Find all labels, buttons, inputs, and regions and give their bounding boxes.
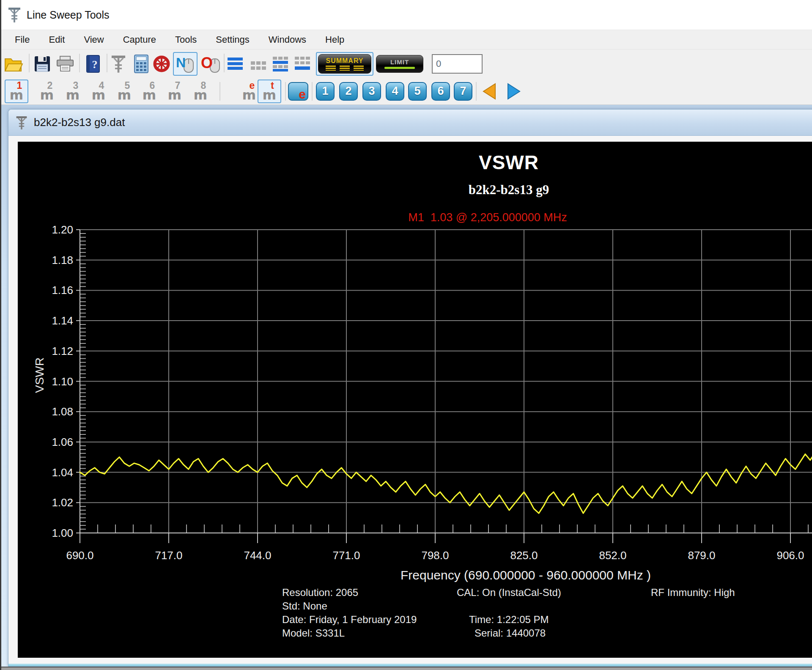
- calculator-icon: [133, 54, 149, 74]
- next-trace-button[interactable]: [505, 82, 522, 101]
- marker-m-glyph: m: [194, 90, 207, 100]
- mouse-n-icon: N: [175, 54, 196, 74]
- info-date: Date: Friday, 1 February 2019: [282, 614, 417, 626]
- toolbar-separator: [285, 82, 286, 101]
- toolbar-separator: [219, 82, 220, 101]
- svg-text:690.0: 690.0: [66, 549, 93, 562]
- menu-windows[interactable]: Windows: [269, 34, 306, 45]
- svg-text:1.00: 1.00: [52, 527, 73, 539]
- svg-text:771.0: 771.0: [332, 549, 360, 562]
- svg-text:852.0: 852.0: [599, 549, 626, 562]
- toolbar-separator: [107, 54, 107, 72]
- limit-value-input[interactable]: [432, 54, 483, 74]
- window-titlebar[interactable]: Line Sweep Tools: [1, 0, 812, 30]
- help-book-icon: ?: [85, 55, 101, 73]
- menu-capture[interactable]: Capture: [123, 34, 156, 45]
- antenna-tool-icon: [109, 54, 128, 74]
- layout-mixed-1-button[interactable]: [272, 56, 289, 72]
- marker-1-button[interactable]: 1 m: [5, 80, 28, 103]
- menu-settings[interactable]: Settings: [216, 34, 250, 45]
- marker-readout: M1 1.03 @ 2,205.000000 MHz: [18, 211, 812, 224]
- trace-3-button[interactable]: 3: [362, 82, 381, 101]
- layout-mixed-2-button[interactable]: [294, 56, 311, 72]
- edit-e-letter: e: [299, 88, 306, 100]
- open-file-button[interactable]: [4, 55, 23, 72]
- marker-4-button[interactable]: 4 m: [87, 80, 110, 103]
- svg-text:1.18: 1.18: [52, 254, 73, 266]
- arrow-right-icon: [505, 82, 522, 101]
- mouse-mode-normal-button[interactable]: N: [173, 52, 198, 76]
- cable-loss-button[interactable]: [152, 55, 171, 73]
- line-sweep-tool-button[interactable]: [109, 54, 128, 74]
- toolbar-separator: [476, 82, 477, 101]
- summary-bars-icon: [326, 66, 364, 71]
- summary-toggle-button[interactable]: SUMMARY: [316, 52, 373, 76]
- line-sweep-tools-window: Line Sweep Tools File Edit View Capture …: [0, 0, 812, 670]
- mouse-mode-zoom-button[interactable]: O: [200, 54, 221, 74]
- arrow-left-icon: [481, 82, 498, 101]
- marker-m-glyph: m: [92, 90, 105, 100]
- printer-icon: [55, 55, 75, 73]
- layout-grid-button[interactable]: [250, 56, 267, 71]
- trace-4-button[interactable]: 4: [386, 82, 404, 101]
- menu-file[interactable]: File: [15, 34, 30, 45]
- help-button[interactable]: ?: [85, 55, 101, 73]
- svg-text:1.06: 1.06: [52, 436, 73, 448]
- edit-trace-button[interactable]: e: [288, 82, 308, 101]
- y-axis-label: VSWR: [33, 324, 48, 426]
- marker-m-glyph: m: [143, 90, 156, 100]
- limit-button-face: LIMIT: [376, 55, 423, 73]
- document-titlebar[interactable]: b2k2-b2s13 g9.dat: [8, 110, 812, 136]
- marker-5-button[interactable]: 5 m: [112, 80, 136, 103]
- toolbar-separator: [79, 54, 80, 72]
- menu-help[interactable]: Help: [325, 34, 344, 45]
- marker-3-button[interactable]: 3 m: [61, 80, 85, 103]
- previous-trace-button[interactable]: [481, 82, 498, 101]
- document-window: b2k2-b2s13 g9.dat 1.001.021.041.061.081.…: [8, 109, 812, 667]
- svg-text:744.0: 744.0: [244, 549, 271, 562]
- trace-5-button[interactable]: 5: [408, 82, 427, 101]
- marker-m-glyph: m: [168, 90, 181, 100]
- save-button[interactable]: [33, 55, 51, 73]
- info-serial: Serial: 1440078: [475, 627, 546, 639]
- limit-button[interactable]: LIMIT: [376, 55, 423, 73]
- chart-title: VSWR: [18, 151, 812, 174]
- document-title: b2k2-b2s13 g9.dat: [34, 116, 125, 129]
- trace-7-button[interactable]: 7: [454, 82, 472, 101]
- menu-view[interactable]: View: [84, 34, 104, 45]
- marker-6-button[interactable]: 6 m: [137, 80, 161, 103]
- print-button[interactable]: [55, 55, 75, 73]
- trace-2-button[interactable]: 2: [339, 82, 358, 101]
- trace-1-button[interactable]: 1: [316, 82, 335, 101]
- toolbar-separator: [312, 82, 313, 101]
- svg-text:906.0: 906.0: [776, 549, 804, 562]
- svg-text:N: N: [176, 55, 186, 70]
- layout-rows-icon: [227, 56, 244, 71]
- limit-value-field: [432, 54, 483, 74]
- trace-6-button[interactable]: 6: [431, 82, 450, 101]
- calculator-button[interactable]: [133, 54, 149, 74]
- vswr-chart: 1.001.021.041.061.081.101.121.141.161.18…: [18, 142, 812, 658]
- layout-single-button[interactable]: [227, 56, 244, 71]
- menu-tools[interactable]: Tools: [175, 34, 197, 45]
- layout-grid-icon: [250, 56, 267, 71]
- marker-t-button[interactable]: t m: [258, 80, 281, 103]
- toolbar-markers: 1 m 2 m 3 m 4 m 5 m 6 m 7 m 8 m: [1, 78, 812, 105]
- toolbar-separator: [224, 54, 225, 72]
- mdi-client-area: b2k2-b2s13 g9.dat 1.001.021.041.061.081.…: [1, 105, 812, 670]
- x-axis-label: Frequency (690.000000 - 960.000000 MHz ): [255, 568, 796, 582]
- mouse-o-icon: O: [200, 54, 221, 74]
- marker-8-button[interactable]: 8 m: [189, 80, 212, 103]
- marker-2-button[interactable]: 2 m: [35, 80, 59, 103]
- window-title: Line Sweep Tools: [27, 9, 110, 21]
- red-wheel-icon: [152, 55, 171, 73]
- svg-text:O: O: [201, 54, 213, 71]
- marker-7-button[interactable]: 7 m: [163, 80, 187, 103]
- open-folder-icon: [4, 55, 23, 72]
- chart-subtitle: b2k2-b2s13 g9: [18, 182, 812, 198]
- info-time: Time: 1:22:05 PM: [469, 614, 549, 626]
- info-rf-immunity: RF Immunity: High: [651, 587, 735, 599]
- svg-text:1.16: 1.16: [52, 284, 73, 297]
- menu-edit[interactable]: Edit: [49, 34, 65, 45]
- svg-text:1.12: 1.12: [52, 345, 73, 357]
